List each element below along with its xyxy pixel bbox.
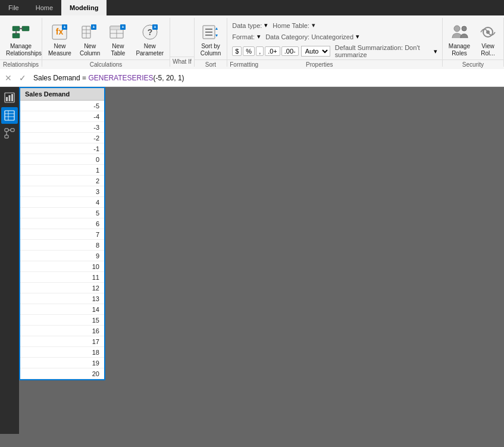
svg-point-34	[454, 26, 460, 32]
svg-rect-46	[5, 129, 8, 132]
home-table-value[interactable]: ▾	[312, 21, 315, 29]
format-buttons: $ % , .0+ .00-	[232, 46, 299, 56]
data-type-value[interactable]: ▾	[264, 21, 268, 29]
table-row: 20	[20, 368, 104, 379]
data-category-label: Data Category: Uncategorized	[265, 33, 353, 40]
sort-icon	[201, 23, 220, 42]
data-type-row: Data type: ▾ Home Table: ▾	[230, 20, 318, 30]
svg-point-35	[462, 26, 467, 31]
report-view-icon[interactable]	[1, 89, 18, 106]
formula-table-name: Sales Demand	[33, 74, 80, 82]
table-row: 13	[20, 293, 104, 304]
formula-confirm-button[interactable]: ✓	[17, 72, 29, 84]
currency-button[interactable]: $	[232, 46, 242, 56]
sales-demand-table: Sales Demand -5-4-3-2-101234567891011121…	[19, 87, 105, 380]
view-roles-button[interactable]: ViewRol...	[475, 20, 501, 60]
formula-text[interactable]: Sales Demand = GENERATESERIES(-5, 20, 1)	[31, 73, 502, 83]
sort-by-column-button[interactable]: Sort byColumn	[197, 20, 224, 60]
formatting-label: Formatting	[230, 61, 258, 68]
ribbon: Manage Relationships Relationships fx + …	[0, 15, 504, 69]
new-table-button[interactable]: + NewTable	[105, 20, 131, 60]
main-area: Sales Demand -5-4-3-2-101234567891011121…	[0, 87, 504, 434]
svg-rect-40	[9, 95, 11, 101]
new-measure-button[interactable]: fx + NewMeasure	[45, 20, 75, 60]
new-measure-icon: fx +	[50, 23, 69, 42]
auto-select[interactable]: Auto	[301, 46, 330, 57]
new-parameter-label: NewParameter	[136, 43, 164, 57]
manage-roles-icon	[450, 23, 469, 42]
new-column-button[interactable]: + NewColumn	[76, 20, 104, 60]
data-view-icon[interactable]	[1, 107, 18, 124]
format-label: Format:	[232, 33, 255, 40]
svg-rect-1	[22, 26, 29, 31]
ribbon-group-relationships: Manage Relationships Relationships	[0, 18, 42, 67]
table-body: -5-4-3-2-1012345678910111213141516171819…	[20, 101, 104, 379]
content-area	[262, 87, 505, 434]
security-group-label: Security	[443, 60, 503, 70]
table-row: 18	[20, 347, 104, 358]
properties-label: Properties	[306, 61, 333, 68]
new-parameter-button[interactable]: ? + NewParameter	[132, 20, 167, 60]
calculations-group-label: Calculations	[42, 60, 170, 70]
new-measure-label: NewMeasure	[48, 43, 71, 57]
ribbon-group-formatting: Data type: ▾ Home Table: ▾ Format: ▾ Dat…	[227, 18, 443, 67]
manage-relationships-button[interactable]: Manage Relationships	[2, 20, 39, 60]
table-row: 14	[20, 304, 104, 315]
svg-point-7	[15, 33, 17, 35]
table-row: 3	[20, 186, 104, 197]
table-row: 4	[20, 197, 104, 208]
svg-text:+: +	[64, 24, 67, 30]
table-row: 8	[20, 240, 104, 251]
table-row: 19	[20, 358, 104, 368]
table-row: 2	[20, 176, 104, 186]
table-row: -2	[20, 133, 104, 143]
formula-cancel-button[interactable]: ✕	[2, 72, 14, 84]
data-type-label: Data type:	[232, 22, 262, 29]
left-sidebar	[0, 87, 19, 434]
svg-rect-0	[12, 26, 20, 31]
svg-rect-47	[11, 129, 14, 132]
svg-rect-48	[5, 135, 8, 138]
table-row: 7	[20, 229, 104, 240]
svg-text:+: +	[92, 24, 95, 30]
formatting-group-label: Formatting Properties	[227, 60, 442, 70]
table-row: 5	[20, 208, 104, 218]
table-row: 15	[20, 315, 104, 326]
format-value[interactable]: ▾	[257, 33, 261, 40]
table-row: -4	[20, 111, 104, 122]
home-table-label: Home Table:	[273, 22, 309, 29]
format-row: Format: ▾ Data Category: Uncategorized ▾	[230, 32, 362, 42]
ribbon-tabs: File Home Modeling	[0, 0, 504, 15]
svg-point-5	[19, 28, 21, 30]
table-row: 9	[20, 251, 104, 261]
default-summarization-dropdown[interactable]: ▾	[434, 48, 437, 55]
view-roles-label: ViewRol...	[481, 43, 494, 57]
new-parameter-icon: ? +	[140, 23, 159, 42]
formula-args: -5, 20, 1	[156, 74, 182, 82]
table-row: 17	[20, 336, 104, 347]
model-view-icon[interactable]	[1, 125, 18, 142]
decimal-inc-button[interactable]: .0+	[265, 46, 280, 56]
relationships-group-label: Relationships	[0, 60, 42, 70]
table-row: 11	[20, 272, 104, 283]
new-column-icon: +	[80, 23, 99, 42]
tab-file[interactable]: File	[0, 0, 27, 15]
tab-home[interactable]: Home	[27, 0, 61, 15]
svg-text:+: +	[122, 24, 125, 30]
what-if-group-label: What If	[170, 57, 194, 67]
default-summarization-label: Default Summarization: Don't summarize	[335, 44, 431, 58]
percent-button[interactable]: %	[243, 46, 255, 56]
table-row: -3	[20, 122, 104, 133]
comma-button[interactable]: ,	[256, 46, 264, 56]
svg-marker-33	[215, 35, 218, 37]
manage-relationships-label: Manage Relationships	[6, 43, 36, 57]
new-table-label: NewTable	[111, 43, 125, 57]
table-row: 0	[20, 154, 104, 165]
data-category-dropdown[interactable]: ▾	[356, 33, 359, 40]
manage-roles-label: ManageRoles	[449, 43, 470, 57]
tab-modeling[interactable]: Modeling	[61, 0, 107, 15]
ribbon-group-what-if: What If	[170, 18, 195, 67]
manage-roles-button[interactable]: ManageRoles	[445, 20, 474, 60]
decimal-dec-button[interactable]: .00-	[281, 46, 299, 56]
new-table-icon: +	[108, 23, 127, 42]
